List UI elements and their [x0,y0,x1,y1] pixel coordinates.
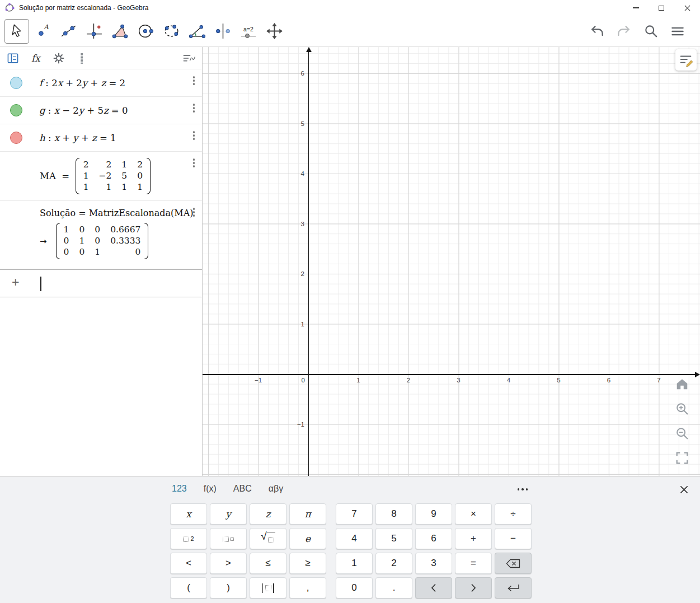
maximize-button[interactable] [649,0,674,16]
key-9[interactable]: 9 [415,503,452,525]
graphics-settings-button[interactable] [675,49,697,71]
tool-reflect[interactable] [210,19,235,44]
search-button[interactable] [641,21,661,41]
key-divide[interactable]: ÷ [495,503,532,525]
tab-fx[interactable]: f(x) [204,484,217,494]
visibility-marble-h[interactable] [10,132,22,144]
abs-icon [260,583,276,593]
key-0[interactable]: 0 [336,577,373,599]
close-button[interactable] [674,0,700,16]
key-abs[interactable] [250,577,286,599]
key-greater-than[interactable]: > [210,553,247,574]
matrix-value: 22121−2501111 [76,158,151,194]
tool-slider[interactable]: a=2 [236,19,261,44]
tool-polygon[interactable] [107,19,132,44]
tool-line[interactable] [56,19,81,44]
key-e[interactable]: e [289,528,326,549]
algebra-row-f[interactable]: f : 2x + 2y + z = 2 [0,69,202,97]
zoom-in-button[interactable] [673,400,691,418]
key-greater-equal[interactable]: ≥ [289,553,326,574]
sort-icon[interactable] [182,51,196,66]
tab-123[interactable]: 123 [172,484,187,494]
undo-button[interactable] [587,21,607,41]
virtual-keyboard: 123 f(x) ABC αβγ xyzπ2√e<>≤≥(), 789×÷456… [0,476,700,603]
key-power[interactable] [210,528,247,549]
key-cursor-left[interactable] [415,577,452,599]
algebra-new-input[interactable]: + [0,269,202,297]
graphics-view[interactable]: −11234567−11234560 [203,47,700,476]
row-menu-button[interactable] [191,157,197,169]
tab-abc[interactable]: ABC [233,484,252,494]
key-enter[interactable] [495,577,532,599]
key-6[interactable]: 6 [415,528,452,549]
tool-angle-icon [188,22,206,40]
tool-conic-icon [162,22,181,40]
key-minus[interactable]: − [495,528,532,549]
key-cursor-right[interactable] [455,577,492,599]
key-pi[interactable]: π [289,503,326,525]
key-equals[interactable]: = [455,553,492,574]
fullscreen-button[interactable] [673,449,691,467]
key-5[interactable]: 5 [375,528,412,549]
row-menu-button[interactable] [191,129,197,142]
tool-conic[interactable] [159,19,184,44]
more-keyboards-button[interactable] [510,481,535,498]
close-icon [684,5,690,11]
tool-circle[interactable] [133,19,158,44]
function-tools-icon[interactable]: fx [29,51,43,66]
left-paren [56,223,60,259]
minimize-button[interactable] [623,0,649,16]
key-7[interactable]: 7 [336,503,373,525]
tool-perpendicular-line[interactable] [82,19,106,44]
key-sqrt[interactable]: √ [250,528,286,549]
key-square[interactable]: 2 [170,528,207,549]
key-y[interactable]: y [210,503,247,525]
row-menu-button[interactable] [191,74,197,87]
algebra-row-MA[interactable]: MA = 22121−2501111 [0,152,202,201]
key-backspace[interactable] [495,553,532,574]
tool-reflect-icon [214,22,232,40]
zoom-out-button[interactable] [673,424,691,442]
algebra-row-g[interactable]: g : x − 2y + 5z = 0 [0,97,202,124]
tool-point[interactable]: A [30,19,55,44]
visibility-marble-f[interactable] [10,77,22,89]
key-close-paren[interactable]: ) [210,577,247,599]
toolbar: Aa=2 [0,16,700,47]
key-dot[interactable]: . [375,577,412,599]
enter-icon [506,583,520,592]
algebra-row-h[interactable]: h : x + y + z = 1 [0,124,202,152]
algebra-panel: fx f : 2x + 2y + z = 2g : x − 2y + 5z = … [0,47,203,476]
key-less-equal[interactable]: ≤ [250,553,286,574]
key-plus[interactable]: + [455,528,492,549]
visibility-marble-g[interactable] [10,104,22,116]
key-4[interactable]: 4 [336,528,373,549]
key-multiply[interactable]: × [455,503,492,525]
key-3[interactable]: 3 [415,553,452,574]
key-8[interactable]: 8 [375,503,412,525]
views-dots-icon[interactable] [74,51,89,66]
key-comma[interactable]: , [289,577,326,599]
settings-gear-icon[interactable] [51,51,66,66]
x-tick-label: −1 [255,377,262,384]
tool-polygon-icon [111,22,129,40]
menu-button[interactable] [668,21,688,41]
tool-move-icon [8,22,26,40]
algebra-row-Solucao[interactable]: Solução = MatrizEscalonada(MA)→1000.6667… [0,201,202,269]
redo-button[interactable] [614,21,634,41]
row-menu-button[interactable] [191,102,197,114]
key-open-paren[interactable]: ( [170,577,207,599]
key-x[interactable]: x [170,503,207,525]
home-button[interactable] [673,375,691,393]
algebra-view-icon[interactable] [6,51,20,66]
key-z[interactable]: z [250,503,286,525]
tool-angle[interactable] [185,19,209,44]
key-1[interactable]: 1 [336,553,373,574]
keyboard-close-button[interactable] [675,481,692,498]
tool-move-graphics-view[interactable] [262,19,286,44]
key-2[interactable]: 2 [375,553,412,574]
graphics-settings-icon [678,52,694,68]
tool-move[interactable] [4,19,29,44]
key-less-than[interactable]: < [170,553,207,574]
row-menu-button[interactable] [191,206,197,218]
tab-greek[interactable]: αβγ [269,484,283,494]
